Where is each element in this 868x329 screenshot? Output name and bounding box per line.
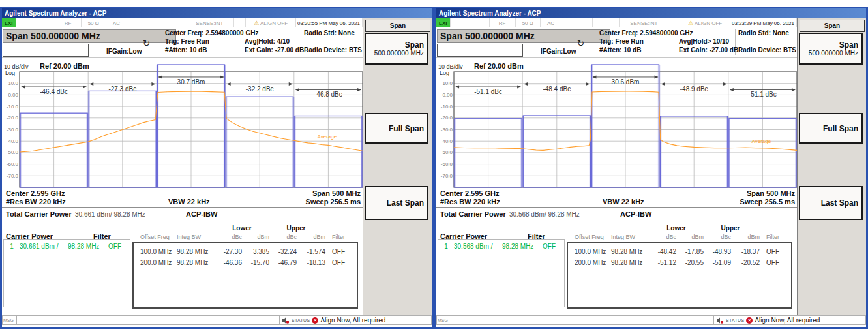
col-upper-dbm: dBm (297, 234, 325, 240)
center-freq-readout: Center Freq: 2.594800000 GHz (599, 29, 693, 37)
annunciator-spacer (16, 18, 55, 27)
offset-table-header: Offset Freq Integ BW dBc dBm dBc dBm Fil… (132, 234, 366, 240)
softkey-full-span[interactable]: Full Span (365, 113, 428, 144)
radio-std-readout: Radio Std: None (304, 29, 355, 37)
annunciator-spacer (593, 18, 620, 27)
error-icon: × (312, 317, 318, 324)
svg-text:-40.0: -40.0 (441, 138, 453, 144)
entry-box[interactable] (437, 44, 523, 57)
measurement-bar: Span 500.000000 MHz IFGain:Low ↻ Center … (436, 27, 797, 58)
svg-text:-30.0: -30.0 (7, 127, 19, 133)
coupling-annunciator: AC (541, 18, 562, 27)
align-warning-icon: ⚠ (688, 20, 693, 26)
total-carrier-power-value: 30.568 dBm/ 98.28 MHz (509, 211, 580, 218)
ifgain-label: IFGain:Low (541, 48, 576, 55)
status-area: STATUS × Align Now, All required (714, 315, 866, 325)
col-lower-dbc: dBc (651, 234, 676, 240)
svg-text:-32.2 dBc: -32.2 dBc (246, 86, 274, 93)
svg-text:-10.0: -10.0 (441, 104, 453, 110)
col-upper-dbc: dBc (704, 234, 731, 240)
svg-text:-40.0: -40.0 (7, 138, 19, 144)
col-offset-freq: Offset Freq (140, 234, 177, 240)
align-annunciator-label: ALIGN OFF (260, 20, 288, 26)
window-titlebar[interactable]: Agilent Spectrum Analyzer - ACP (2, 8, 432, 18)
svg-text:10.0: 10.0 (8, 80, 18, 86)
offset-results-table: 100.0 MHz 98.28 MHz -27.30 3.385 -32.24 … (132, 242, 358, 309)
active-function-readout: Span 500.000000 MHz (3, 29, 176, 43)
softkey-span[interactable]: Span 500.000000 MHz (365, 33, 428, 65)
softkey-span[interactable]: Span 500.000000 MHz (799, 33, 863, 65)
annunciator-spacer (668, 18, 680, 27)
rf-annunciator: RF (55, 18, 82, 27)
status-message[interactable]: Align Now, All required (320, 317, 385, 324)
col-lower-dbm: dBm (676, 234, 704, 240)
annunciator-spacer (561, 18, 592, 27)
svg-text:-27.3 dBc: -27.3 dBc (108, 86, 136, 93)
svg-text:30.6 dBm: 30.6 dBm (612, 78, 640, 86)
entry-box[interactable] (3, 44, 89, 57)
table-row: 200.0 MHz 98.28 MHz -46.36 -15.70 -46.79… (134, 257, 357, 268)
span-footer: Span 500 MHz (710, 189, 795, 197)
col-filter: Filter (325, 234, 352, 240)
upper-group-header: Upper (268, 225, 324, 232)
center-freq-readout: Center Freq: 2.594800000 GHz (165, 29, 258, 37)
col-lower-dbc: dBc (217, 234, 242, 240)
ifgain-label: IFGain:Low (106, 48, 142, 55)
status-bar: MSG STATUS × Align Now, All required (2, 315, 432, 325)
msg-cell: MSG (2, 315, 17, 325)
col-integ-bw: Integ BW (611, 234, 651, 240)
settings-summary: Center Freq: 2.594800000 GHz Radio Std: … (599, 29, 797, 55)
vbw-footer: VBW 22 kHz (603, 198, 644, 206)
settings-summary: Center Freq: 2.594800000 GHz Radio Std: … (165, 29, 363, 55)
measurement-mode-label: ACP-IBW (186, 210, 217, 218)
continuous-sweep-icon: ↻ (577, 39, 584, 48)
atten-readout: #Atten: 10 dB (599, 46, 641, 54)
svg-text:-48.9 dBc: -48.9 dBc (680, 86, 708, 93)
atten-readout: #Atten: 10 dB (165, 46, 207, 54)
svg-text:-51.1 dBc: -51.1 dBc (474, 88, 502, 95)
total-carrier-power-label: Total Carrier Power (6, 210, 72, 218)
trigger-readout: Trig: Free Run (165, 38, 209, 45)
svg-text:0.00: 0.00 (442, 92, 453, 98)
svg-text:0.00: 0.00 (8, 92, 18, 98)
window-title: Agilent Spectrum Analyzer - ACP (5, 10, 107, 17)
carrier-power-table: 1 30.568 dBm / 98.28 MHz OFF (438, 239, 565, 307)
upper-group-header: Upper (702, 225, 758, 232)
softkey-full-span[interactable]: Full Span (799, 113, 863, 144)
svg-text:-50.0: -50.0 (441, 149, 453, 155)
col-offset-freq: Offset Freq (575, 234, 611, 240)
softkey-last-span[interactable]: Last Span (799, 186, 863, 220)
clock: 03:23:29 PM May 06, 2021 (730, 18, 797, 27)
carrier-row: 1 30.661 dBm / 98.28 MHz OFF (4, 242, 130, 251)
lower-group-header: Lower (216, 225, 268, 232)
sense-annunciator: SENSE:INT (620, 18, 668, 27)
continuous-sweep-icon: ↻ (143, 39, 150, 48)
svg-text:Average: Average (318, 134, 337, 140)
total-carrier-power-value: 30.661 dBm/ 98.28 MHz (75, 211, 145, 218)
lower-group-header: Lower (650, 225, 702, 232)
window-titlebar[interactable]: Agilent Spectrum Analyzer - ACP (436, 8, 866, 18)
svg-text:-46.4 dBc: -46.4 dBc (40, 88, 68, 95)
radio-std-readout: Radio Std: None (738, 29, 789, 37)
annunciator-bar: LXI RF 50 Ω AC SENSE:INT ⚠ ALIGN OFF 03:… (436, 18, 797, 28)
svg-text:-20.0: -20.0 (7, 115, 19, 121)
annunciator-spacer (127, 18, 158, 27)
error-icon: × (746, 317, 753, 324)
clock: 03:20:55 PM May 06, 2021 (296, 18, 363, 27)
radio-device-readout: Radio Device: BTS (738, 46, 796, 54)
avg-hold-readout: Avg|Hold: 4/10 (245, 38, 290, 45)
annunciator-bar: LXI RF 50 Ω AC SENSE:INT ⚠ ALIGN OFF 03:… (2, 18, 363, 28)
section-divider (436, 207, 797, 208)
message-area (17, 315, 280, 325)
menu-title: Span (365, 20, 430, 32)
status-area: STATUS × Align Now, All required (280, 315, 432, 325)
sweep-footer: Sweep 256.5 ms (710, 198, 795, 206)
menu-title: Span (800, 20, 865, 32)
vbw-footer: VBW 22 kHz (168, 198, 210, 206)
spectrum-plot: 10.00.00-10.0-20.0-30.0-40.0-50.0-60.0-7… (436, 62, 797, 189)
lxi-indicator: LXI (2, 18, 16, 27)
softkey-last-span[interactable]: Last Span (365, 186, 428, 220)
status-message[interactable]: Align Now, All required (755, 317, 820, 324)
total-carrier-power-label: Total Carrier Power (440, 210, 506, 218)
sweep-footer: Sweep 256.5 ms (276, 198, 361, 206)
